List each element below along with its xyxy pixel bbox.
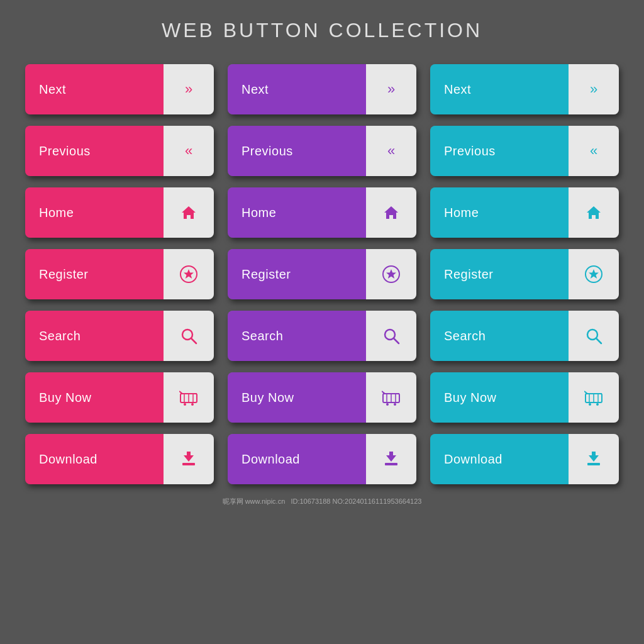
buynow-label-purple: Buy Now [228, 372, 366, 423]
svg-rect-40 [389, 452, 393, 457]
svg-rect-37 [187, 452, 191, 457]
register-label-teal: Register [430, 249, 569, 299]
next-label-pink: Next [25, 64, 164, 114]
svg-rect-41 [385, 463, 397, 465]
buynow-button-teal[interactable]: Buy Now [430, 372, 619, 423]
register-label-purple: Register [228, 249, 366, 299]
next-label-purple: Next [228, 64, 366, 114]
previous-button-pink[interactable]: Previous « [25, 126, 214, 176]
chevron-left-double-icon: « [366, 126, 416, 176]
svg-point-17 [184, 403, 186, 406]
register-label-pink: Register [25, 249, 164, 299]
home-icon [366, 187, 416, 238]
svg-rect-38 [182, 463, 195, 465]
download-label-pink: Download [25, 434, 164, 484]
cart-icon [164, 372, 214, 423]
download-label-teal: Download [430, 434, 569, 484]
cart-icon [366, 372, 416, 423]
svg-marker-5 [589, 269, 599, 279]
previous-button-purple[interactable]: Previous « [228, 126, 416, 176]
svg-point-25 [386, 403, 389, 406]
svg-point-33 [589, 403, 591, 406]
home-button-pink[interactable]: Home [25, 187, 214, 238]
button-grid: Next » Next » Next » Previous « Previous… [25, 64, 619, 484]
home-label-pink: Home [25, 187, 164, 238]
watermark: 昵享网 www.nipic.cn ID:10673188 NO:20240116… [223, 497, 422, 506]
previous-button-teal[interactable]: Previous « [430, 126, 619, 176]
search-label-pink: Search [25, 311, 164, 361]
home-icon [569, 187, 619, 238]
svg-point-26 [394, 403, 396, 406]
search-label-purple: Search [228, 311, 366, 361]
svg-line-11 [596, 338, 601, 343]
page-title: WEB BUTTON COLLECTION [162, 19, 482, 42]
next-label-teal: Next [430, 64, 569, 114]
star-circle-icon [366, 249, 416, 299]
download-label-purple: Download [228, 434, 366, 484]
search-icon [164, 311, 214, 361]
next-button-pink[interactable]: Next » [25, 64, 214, 114]
svg-marker-3 [386, 269, 396, 279]
buynow-button-purple[interactable]: Buy Now [228, 372, 416, 423]
previous-label-teal: Previous [430, 126, 569, 176]
svg-rect-44 [587, 463, 600, 465]
svg-line-9 [394, 338, 399, 343]
register-button-purple[interactable]: Register [228, 249, 416, 299]
chevron-right-double-icon: » [164, 64, 214, 114]
download-button-purple[interactable]: Download [228, 434, 416, 484]
chevron-left-double-icon: « [569, 126, 619, 176]
buynow-button-pink[interactable]: Buy Now [25, 372, 214, 423]
star-circle-icon [569, 249, 619, 299]
search-button-teal[interactable]: Search [430, 311, 619, 361]
home-icon [164, 187, 214, 238]
home-label-purple: Home [228, 187, 366, 238]
svg-rect-43 [592, 452, 596, 457]
previous-label-pink: Previous [25, 126, 164, 176]
chevron-left-double-icon: « [164, 126, 214, 176]
previous-label-purple: Previous [228, 126, 366, 176]
search-icon [366, 311, 416, 361]
search-label-teal: Search [430, 311, 569, 361]
download-icon [164, 434, 214, 484]
next-button-teal[interactable]: Next » [430, 64, 619, 114]
download-button-teal[interactable]: Download [430, 434, 619, 484]
register-button-teal[interactable]: Register [430, 249, 619, 299]
svg-point-18 [191, 403, 194, 406]
home-button-purple[interactable]: Home [228, 187, 416, 238]
download-icon [366, 434, 416, 484]
chevron-right-double-icon: » [366, 64, 416, 114]
search-button-purple[interactable]: Search [228, 311, 416, 361]
svg-point-34 [596, 403, 599, 406]
home-button-teal[interactable]: Home [430, 187, 619, 238]
download-icon [569, 434, 619, 484]
star-circle-icon [164, 249, 214, 299]
register-button-pink[interactable]: Register [25, 249, 214, 299]
chevron-right-double-icon: » [569, 64, 619, 114]
buynow-label-teal: Buy Now [430, 372, 569, 423]
svg-marker-1 [184, 269, 194, 279]
home-label-teal: Home [430, 187, 569, 238]
buynow-label-pink: Buy Now [25, 372, 164, 423]
search-button-pink[interactable]: Search [25, 311, 214, 361]
next-button-purple[interactable]: Next » [228, 64, 416, 114]
search-icon [569, 311, 619, 361]
download-button-pink[interactable]: Download [25, 434, 214, 484]
cart-icon [569, 372, 619, 423]
svg-line-7 [191, 338, 196, 343]
